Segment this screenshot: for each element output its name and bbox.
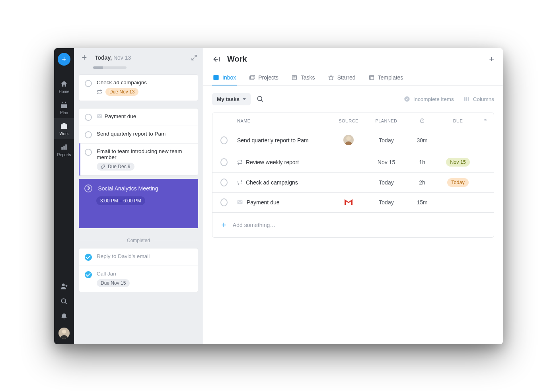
- table-header: NAME SOURCE PLANNED DUE: [212, 113, 494, 129]
- table-row[interactable]: Send quarterly report to Pam Today 30m: [212, 129, 494, 152]
- table-row[interactable]: Payment due Today 15m: [212, 193, 494, 213]
- add-task-row[interactable]: + Add something…: [212, 213, 494, 237]
- columns-button[interactable]: Columns: [464, 96, 494, 102]
- back-button[interactable]: [212, 55, 221, 64]
- svg-rect-2: [62, 101, 63, 103]
- task-row[interactable]: Call Jan Due Nov 15: [79, 266, 198, 292]
- work-add-button[interactable]: +: [489, 54, 494, 64]
- tab-inbox[interactable]: Inbox: [212, 70, 237, 85]
- table-row[interactable]: Check ad campaigns Today 2h Today: [212, 173, 494, 193]
- add-task-label: Add something…: [233, 222, 275, 228]
- complete-toggle[interactable]: [220, 158, 228, 166]
- complete-toggle[interactable]: [85, 271, 92, 278]
- search-icon[interactable]: [60, 297, 68, 305]
- complete-toggle[interactable]: [85, 254, 92, 261]
- nav-reports-label: Reports: [57, 153, 71, 157]
- svg-point-23: [346, 136, 351, 140]
- task-row[interactable]: Email to team introducing new team membe…: [79, 143, 198, 175]
- duration-cell: 15m: [406, 199, 438, 206]
- tab-starred[interactable]: Starred: [327, 70, 356, 85]
- tab-tasks[interactable]: Tasks: [290, 70, 316, 85]
- task-row[interactable]: Payment due: [79, 109, 198, 126]
- app-window: Home Plan Work Reports: [54, 48, 503, 344]
- flag-icon: [483, 119, 488, 124]
- filter-my-tasks[interactable]: My tasks: [212, 93, 251, 105]
- complete-toggle[interactable]: [220, 136, 228, 144]
- svg-rect-21: [468, 97, 469, 101]
- col-flag: [478, 118, 494, 124]
- completed-header: Completed: [74, 233, 203, 246]
- search-button[interactable]: [256, 95, 264, 103]
- complete-toggle[interactable]: [85, 131, 92, 138]
- col-name: NAME: [236, 118, 331, 123]
- task-row[interactable]: Send quarterly report to Pam: [79, 126, 198, 143]
- gmail-icon: [344, 198, 353, 207]
- planned-cell: Today: [366, 179, 406, 186]
- task-row[interactable]: Reply to David's email: [79, 248, 198, 266]
- duration-cell: 30m: [406, 137, 438, 144]
- nav-work-label: Work: [59, 132, 68, 136]
- planned-cell: Nov 15: [366, 159, 406, 165]
- repeat-icon: [237, 180, 243, 185]
- table-row[interactable]: Review weekly report Nov 15 1h Nov 15: [212, 152, 494, 173]
- today-add-button[interactable]: +: [80, 52, 89, 63]
- calendar-icon: [60, 101, 68, 109]
- svg-rect-1: [61, 103, 67, 104]
- mail-icon: [97, 113, 104, 119]
- toggle-incomplete[interactable]: Incomplete items: [404, 96, 454, 102]
- repeat-icon: [237, 159, 243, 165]
- work-header: Work +: [203, 48, 503, 70]
- briefcase-icon: [60, 122, 68, 130]
- col-due: DUE: [438, 118, 478, 123]
- nav-reports[interactable]: Reports: [54, 139, 74, 160]
- reports-icon: [60, 143, 68, 151]
- nav-home[interactable]: Home: [54, 76, 74, 97]
- clock-icon: [84, 184, 92, 192]
- svg-point-10: [62, 330, 66, 334]
- bell-icon[interactable]: [60, 312, 68, 320]
- svg-rect-16: [369, 75, 374, 80]
- nav-plan-label: Plan: [60, 111, 68, 115]
- tab-projects[interactable]: Projects: [248, 70, 279, 85]
- svg-rect-4: [61, 124, 67, 128]
- calendar-event[interactable]: Social Analytics Meeting 3:00 PM – 6:00 …: [79, 179, 198, 228]
- svg-rect-6: [63, 146, 64, 149]
- task-title: Email to team introducing new team membe…: [97, 148, 192, 160]
- nav-work[interactable]: Work: [54, 118, 74, 139]
- planned-cell: Today: [366, 137, 406, 144]
- create-button[interactable]: [58, 53, 70, 66]
- complete-toggle[interactable]: [85, 149, 92, 156]
- svg-point-9: [61, 299, 66, 303]
- svg-rect-11: [97, 114, 102, 117]
- svg-rect-19: [464, 97, 465, 101]
- svg-rect-12: [214, 75, 218, 80]
- col-duration: [406, 118, 438, 124]
- work-title: Work: [227, 54, 247, 64]
- task-title: Payment due: [97, 113, 136, 119]
- task-name: Payment due: [247, 199, 280, 206]
- svg-point-8: [62, 283, 65, 286]
- user-avatar[interactable]: [58, 328, 70, 339]
- add-user-icon[interactable]: [60, 282, 68, 290]
- event-title: Social Analytics Meeting: [98, 185, 158, 192]
- mail-icon: [237, 199, 243, 206]
- work-panel: Work + Inbox Projects Tasks Starred: [203, 48, 503, 344]
- task-title: Reply to David's email: [97, 253, 150, 259]
- complete-toggle[interactable]: [85, 80, 92, 87]
- tab-templates[interactable]: Templates: [368, 70, 404, 85]
- nav-home-label: Home: [59, 89, 70, 94]
- nav-plan[interactable]: Plan: [54, 97, 74, 118]
- complete-toggle[interactable]: [85, 114, 92, 121]
- task-title: Send quarterly report to Pam: [97, 131, 166, 137]
- col-source: SOURCE: [331, 118, 366, 123]
- today-title: Today, Nov 13: [95, 54, 131, 61]
- inbox-table: NAME SOURCE PLANNED DUE Send qu: [212, 113, 494, 238]
- task-name: Send quarterly report to Pam: [237, 137, 309, 144]
- expand-icon[interactable]: [191, 54, 197, 61]
- task-row[interactable]: Check ad campaigns Due Nov 13: [79, 75, 198, 101]
- due-badge: Today: [447, 178, 468, 187]
- svg-point-17: [257, 96, 262, 101]
- complete-toggle[interactable]: [220, 179, 228, 186]
- complete-toggle[interactable]: [220, 198, 228, 206]
- home-icon: [60, 80, 68, 88]
